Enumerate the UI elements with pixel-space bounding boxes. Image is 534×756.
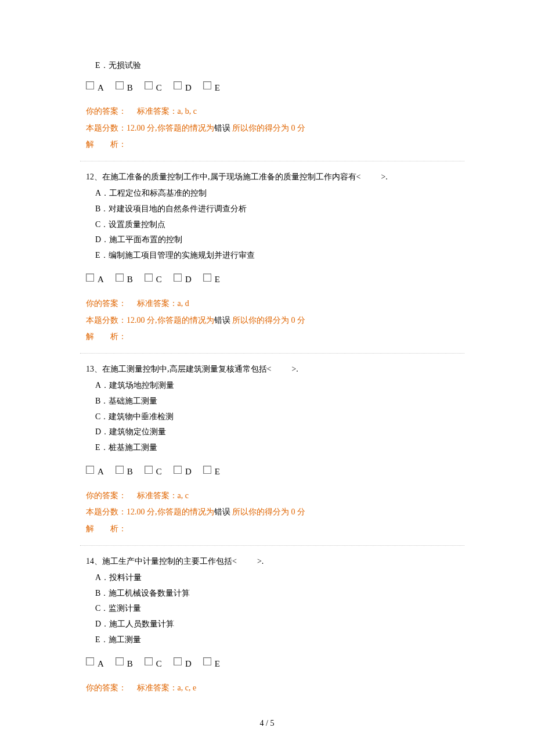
divider	[80, 353, 464, 354]
q14-answer-line: 你的答案： 标准答案：a, c, e	[86, 681, 464, 696]
checkbox-icon[interactable]	[86, 81, 94, 89]
your-answer-label: 你的答案：	[86, 491, 127, 500]
std-answer-value: a, b, c	[178, 107, 197, 116]
q11-option-e: E．无损试验	[95, 58, 464, 74]
divider	[80, 161, 464, 161]
q11-checkbox-row: A B C D E	[86, 77, 464, 94]
cb-label-a: A	[98, 271, 104, 288]
std-answer-label: 标准答案：	[137, 683, 178, 692]
q13-option-b: B．基础施工测量	[95, 394, 464, 409]
std-answer-value: a, d	[178, 299, 189, 308]
checkbox-icon[interactable]	[145, 657, 153, 665]
cb-label-d: D	[185, 80, 192, 96]
score-status: 错误	[214, 507, 230, 516]
cb-label-d: D	[185, 463, 192, 480]
checkbox-icon[interactable]	[116, 81, 124, 89]
cb-label-c: C	[156, 463, 162, 480]
cb-label-b: B	[127, 80, 133, 96]
your-answer-label: 你的答案：	[86, 107, 127, 116]
cb-label-e: E	[215, 271, 220, 288]
q13-option-d: D．建筑物定位测量	[95, 424, 464, 440]
question-14: 14、施工生产中计量控制的主要工作包括< >. A．投料计量 B．施工机械设备数…	[86, 554, 464, 696]
q14-option-e: E．施工测量	[95, 632, 464, 648]
checkbox-icon[interactable]	[116, 466, 124, 474]
q11-answer-line: 你的答案： 标准答案：a, b, c	[86, 104, 464, 120]
cb-label-e: E	[215, 463, 220, 480]
checkbox-icon[interactable]	[203, 657, 211, 665]
page-footer: 4 / 5	[0, 716, 534, 732]
q11-analysis-label: 解 析：	[86, 137, 464, 153]
score-status: 错误	[214, 316, 230, 325]
score-suffix: 所以你的得分为 0 分	[230, 507, 306, 516]
q12-option-d: D．施工平面布置的控制	[95, 232, 464, 248]
q14-options: A．投料计量 B．施工机械设备数量计算 C．监测计量 D．施工人员数量计算 E．…	[95, 570, 464, 647]
q12-stem: 12、在施工准备的质量控制工作中,属于现场施工准备的质量控制工作内容有< >.	[86, 170, 464, 185]
cb-label-e: E	[215, 656, 220, 672]
q13-options: A．建筑场地控制测量 B．基础施工测量 C．建筑物中垂准检测 D．建筑物定位测量…	[95, 378, 464, 455]
q13-score-line: 本题分数：12.00 分,你答题的情况为错误 所以你的得分为 0 分	[86, 505, 464, 520]
q12-option-b: B．对建设项目地的自然条件进行调查分析	[95, 201, 464, 217]
score-suffix: 所以你的得分为 0 分	[230, 124, 306, 132]
q14-option-d: D．施工人员数量计算	[95, 617, 464, 632]
cb-label-a: A	[98, 80, 104, 96]
cb-label-d: D	[185, 271, 192, 288]
your-answer-label: 你的答案：	[86, 683, 127, 692]
q14-stem: 14、施工生产中计量控制的主要工作包括< >.	[86, 554, 464, 570]
q12-option-e: E．编制施工项目管理的实施规划并进行审查	[95, 248, 464, 264]
checkbox-icon[interactable]	[145, 273, 153, 282]
checkbox-icon[interactable]	[174, 657, 182, 665]
cb-label-b: B	[127, 271, 133, 288]
q14-option-a: A．投料计量	[95, 570, 464, 586]
std-answer-label: 标准答案：	[137, 107, 178, 116]
cb-label-a: A	[98, 463, 104, 480]
checkbox-icon[interactable]	[86, 273, 94, 282]
q14-checkbox-row: A B C D E	[86, 653, 464, 670]
checkbox-icon[interactable]	[203, 81, 211, 89]
checkbox-icon[interactable]	[86, 657, 94, 665]
cb-label-d: D	[185, 656, 192, 672]
std-answer-value: a, c, e	[178, 683, 197, 692]
checkbox-icon[interactable]	[86, 466, 94, 474]
cb-label-b: B	[127, 656, 133, 672]
q14-option-b: B．施工机械设备数量计算	[95, 586, 464, 602]
q13-option-e: E．桩基施工测量	[95, 440, 464, 456]
page: E．无损试验 A B C D E 你的答案： 标准答案：a, b, c 本题分数…	[0, 0, 534, 756]
q13-stem: 13、在施工测量控制中,高层建筑测量复核通常包括< >.	[86, 362, 464, 377]
score-prefix: 本题分数：12.00 分,你答题的情况为	[86, 124, 214, 132]
q12-option-c: C．设置质量控制点	[95, 217, 464, 233]
divider	[80, 545, 464, 546]
q12-checkbox-row: A B C D E	[86, 269, 464, 286]
cb-label-b: B	[127, 463, 133, 480]
checkbox-icon[interactable]	[145, 466, 153, 474]
cb-label-c: C	[156, 656, 162, 672]
q14-option-c: C．监测计量	[95, 601, 464, 617]
checkbox-icon[interactable]	[116, 273, 124, 282]
your-answer-label: 你的答案：	[86, 299, 127, 308]
score-suffix: 所以你的得分为 0 分	[230, 316, 306, 325]
checkbox-icon[interactable]	[203, 466, 211, 474]
q12-score-line: 本题分数：12.00 分,你答题的情况为错误 所以你的得分为 0 分	[86, 313, 464, 329]
question-12: 12、在施工准备的质量控制工作中,属于现场施工准备的质量控制工作内容有< >. …	[86, 170, 464, 345]
q13-analysis-label: 解 析：	[86, 521, 464, 537]
cb-label-c: C	[156, 80, 162, 96]
checkbox-icon[interactable]	[203, 273, 211, 282]
q13-option-c: C．建筑物中垂准检测	[95, 409, 464, 425]
cb-label-a: A	[98, 656, 104, 672]
cb-label-e: E	[215, 80, 220, 96]
checkbox-icon[interactable]	[174, 81, 182, 89]
score-status: 错误	[214, 124, 230, 132]
question-13: 13、在施工测量控制中,高层建筑测量复核通常包括< >. A．建筑场地控制测量 …	[86, 362, 464, 537]
checkbox-icon[interactable]	[174, 273, 182, 282]
std-answer-label: 标准答案：	[137, 491, 178, 500]
cb-label-c: C	[156, 271, 162, 288]
q12-answer-line: 你的答案： 标准答案：a, d	[86, 296, 464, 312]
checkbox-icon[interactable]	[116, 657, 124, 665]
q13-option-a: A．建筑场地控制测量	[95, 378, 464, 394]
q13-answer-line: 你的答案： 标准答案：a, c	[86, 488, 464, 504]
checkbox-icon[interactable]	[174, 466, 182, 474]
checkbox-icon[interactable]	[145, 81, 153, 89]
q11-score-line: 本题分数：12.00 分,你答题的情况为错误 所以你的得分为 0 分	[86, 121, 464, 136]
q12-option-a: A．工程定位和标高基准的控制	[95, 186, 464, 201]
score-prefix: 本题分数：12.00 分,你答题的情况为	[86, 316, 214, 325]
score-prefix: 本题分数：12.00 分,你答题的情况为	[86, 507, 214, 516]
